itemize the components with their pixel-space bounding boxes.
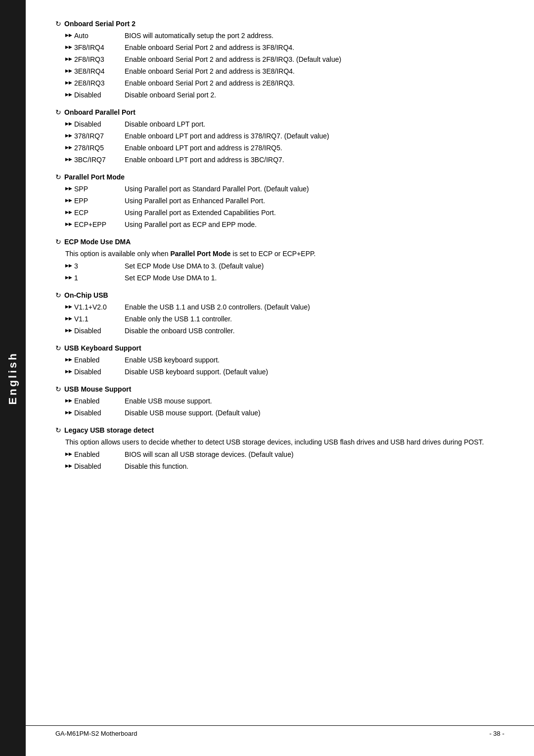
item-value: Using Parallel port as ECP and EPP mode. [125,220,504,230]
item-value: Disable onboard Serial port 2. [125,90,504,100]
section-title-on-chip-usb: On-Chip USB [55,291,504,299]
item-key: Auto [65,31,125,41]
item-key: 3E8/IRQ4 [65,66,125,77]
item-row: Disabled Disable onboard Serial port 2. [65,90,504,100]
section-onboard-serial-port-2: Onboard Serial Port 2 Auto BIOS will aut… [55,20,504,100]
item-value: BIOS will scan all USB storage devices. … [125,449,504,460]
section-ecp-mode-use-dma: ECP Mode Use DMA This option is availabl… [55,238,504,283]
item-key: V1.1 [65,314,125,324]
item-key: Disabled [65,408,125,418]
item-value: Disable USB mouse support. (Default valu… [125,408,504,418]
item-value: Disable this function. [125,461,504,472]
item-row: Disabled Disable USB keyboard support. (… [65,367,504,377]
item-value: Enable USB keyboard support. [125,355,504,365]
item-row: V1.1+V2.0 Enable the USB 1.1 and USB 2.0… [65,302,504,312]
item-row: 3 Set ECP Mode Use DMA to 3. (Default va… [65,261,504,271]
section-title-legacy-usb-storage-detect: Legacy USB storage detect [55,426,504,434]
section-usb-keyboard-support: USB Keyboard Support Enabled Enable USB … [55,344,504,377]
item-value: Enable onboard LPT port and address is 3… [125,131,504,141]
item-key: 3BC/IRQ7 [65,155,125,165]
section-title-onboard-serial-port-2: Onboard Serial Port 2 [55,20,504,28]
ecp-note-bold: Parallel Port Mode [170,250,230,258]
item-row: Enabled Enable USB mouse support. [65,396,504,406]
item-value: Enable onboard LPT port and address is 2… [125,143,504,153]
item-row: 1 Set ECP Mode Use DMA to 1. [65,273,504,283]
item-row: SPP Using Parallel port as Standard Para… [65,184,504,194]
item-value: Using Parallel port as Standard Parallel… [125,184,504,194]
footer-right: - 38 - [490,730,504,737]
item-value: Enable USB mouse support. [125,396,504,406]
section-parallel-port-mode: Parallel Port Mode SPP Using Parallel po… [55,173,504,230]
item-row: Disabled Disable onboard LPT port. [65,119,504,130]
section-title-usb-mouse-support: USB Mouse Support [55,385,504,393]
section-legacy-usb-storage-detect: Legacy USB storage detect This option al… [55,426,504,472]
item-key: 1 [65,273,125,283]
item-value: Set ECP Mode Use DMA to 3. (Default valu… [125,261,504,271]
item-key: Disabled [65,119,125,130]
item-key: SPP [65,184,125,194]
section-usb-mouse-support: USB Mouse Support Enabled Enable USB mou… [55,385,504,418]
footer-left: GA-M61PM-S2 Motherboard [55,730,137,737]
item-value: Using Parallel port as Enhanced Parallel… [125,196,504,206]
sidebar-label: English [6,352,19,404]
section-title-ecp-mode-use-dma: ECP Mode Use DMA [55,238,504,246]
item-key: Enabled [65,449,125,460]
item-key: 3F8/IRQ4 [65,43,125,53]
item-row: 378/IRQ7 Enable onboard LPT port and add… [65,131,504,141]
item-list-parallel-port-mode: SPP Using Parallel port as Standard Para… [65,184,504,230]
item-key: Disabled [65,367,125,377]
item-value: Set ECP Mode Use DMA to 1. [125,273,504,283]
item-value: Disable USB keyboard support. (Default v… [125,367,504,377]
section-title-parallel-port-mode: Parallel Port Mode [55,173,504,181]
sidebar: English [0,0,26,756]
item-row: Enabled Enable USB keyboard support. [65,355,504,365]
item-row: ECP+EPP Using Parallel port as ECP and E… [65,220,504,230]
item-value: Enable onboard Serial Port 2 and address… [125,78,504,89]
item-key: 2E8/IRQ3 [65,78,125,89]
item-value: Enable onboard Serial Port 2 and address… [125,43,504,53]
item-row: 2E8/IRQ3 Enable onboard Serial Port 2 an… [65,78,504,89]
item-value: BIOS will automatically setup the port 2… [125,31,504,41]
item-list-onboard-serial-port-2: Auto BIOS will automatically setup the p… [65,31,504,100]
item-value: Enable the USB 1.1 and USB 2.0 controlle… [125,302,504,312]
item-list-ecp-mode-use-dma: 3 Set ECP Mode Use DMA to 3. (Default va… [65,261,504,283]
main-content: Onboard Serial Port 2 Auto BIOS will aut… [26,0,534,509]
item-key: ECP [65,208,125,218]
ecp-note: This option is available only when Paral… [65,249,504,259]
item-list-onboard-parallel-port: Disabled Disable onboard LPT port. 378/I… [65,119,504,165]
item-row: Enabled BIOS will scan all USB storage d… [65,449,504,460]
item-row: Disabled Disable USB mouse support. (Def… [65,408,504,418]
item-row: 3F8/IRQ4 Enable onboard Serial Port 2 an… [65,43,504,53]
item-key: Disabled [65,90,125,100]
item-value: Enable onboard LPT port and address is 3… [125,155,504,165]
item-list-usb-keyboard-support: Enabled Enable USB keyboard support. Dis… [65,355,504,377]
item-list-usb-mouse-support: Enabled Enable USB mouse support. Disabl… [65,396,504,418]
footer: GA-M61PM-S2 Motherboard - 38 - [26,725,534,741]
item-value: Enable only the USB 1.1 controller. [125,314,504,324]
item-row: Disabled Disable this function. [65,461,504,472]
legacy-usb-note: This option allows users to decide wheth… [65,437,504,447]
section-onboard-parallel-port: Onboard Parallel Port Disabled Disable o… [55,108,504,165]
item-row: V1.1 Enable only the USB 1.1 controller. [65,314,504,324]
item-key: Disabled [65,461,125,472]
item-key: 278/IRQ5 [65,143,125,153]
item-row: 3BC/IRQ7 Enable onboard LPT port and add… [65,155,504,165]
item-value: Using Parallel port as Extended Capabili… [125,208,504,218]
item-key: V1.1+V2.0 [65,302,125,312]
item-list-legacy-usb-storage-detect: Enabled BIOS will scan all USB storage d… [65,449,504,472]
item-key: 2F8/IRQ3 [65,54,125,65]
item-list-on-chip-usb: V1.1+V2.0 Enable the USB 1.1 and USB 2.0… [65,302,504,336]
item-key: Enabled [65,355,125,365]
item-value: Enable onboard Serial Port 2 and address… [125,54,504,65]
section-title-onboard-parallel-port: Onboard Parallel Port [55,108,504,116]
item-row: Auto BIOS will automatically setup the p… [65,31,504,41]
item-key: ECP+EPP [65,220,125,230]
item-row: 2F8/IRQ3 Enable onboard Serial Port 2 an… [65,54,504,65]
item-value: Disable the onboard USB controller. [125,326,504,336]
section-on-chip-usb: On-Chip USB V1.1+V2.0 Enable the USB 1.1… [55,291,504,336]
item-row: EPP Using Parallel port as Enhanced Para… [65,196,504,206]
item-row: Disabled Disable the onboard USB control… [65,326,504,336]
item-key: EPP [65,196,125,206]
item-value: Enable onboard Serial Port 2 and address… [125,66,504,77]
item-key: 378/IRQ7 [65,131,125,141]
